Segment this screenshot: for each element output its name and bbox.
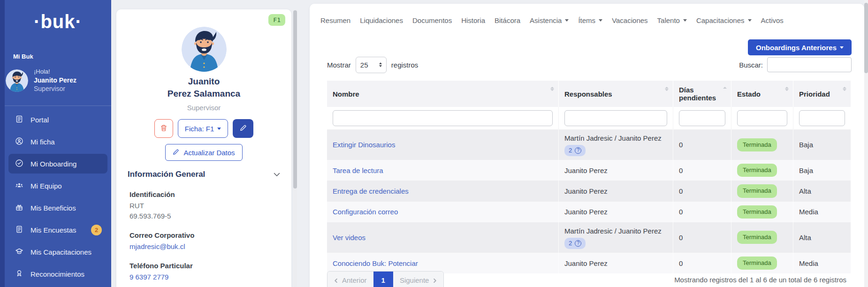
status-badge: Terminada: [737, 231, 777, 244]
task-link[interactable]: Configuración correo: [333, 207, 398, 217]
section-title: Información General: [128, 170, 205, 179]
task-link[interactable]: Entrega de credenciales: [333, 186, 409, 196]
task-link[interactable]: Tarea de lectura: [333, 166, 383, 175]
show-label: Mostrar: [327, 61, 351, 69]
check-circle-icon: [15, 159, 23, 169]
tab-resumen[interactable]: Resumen: [320, 16, 350, 24]
column-header-prioridad[interactable]: Prioridad: [793, 81, 851, 107]
tab-bitacora[interactable]: Bitácora: [495, 16, 520, 24]
dias-pendientes-value: 0: [673, 253, 731, 273]
pagination-previous-label: Anterior: [342, 276, 367, 284]
responsables-text: Juanito Perez: [558, 253, 673, 273]
pagination-previous-button[interactable]: Anterior: [327, 272, 373, 287]
page-size-select[interactable]: 25: [356, 57, 387, 73]
question-circle-icon: ?: [575, 240, 581, 247]
responsables-count-pill[interactable]: 2 ?: [564, 238, 586, 249]
profile-first-name: Juanito: [116, 76, 291, 88]
field-label: Identificación: [129, 190, 278, 198]
table-row: Entrega de credenciales Juanito Perez 0 …: [327, 181, 851, 201]
edit-profile-button[interactable]: [233, 119, 253, 138]
field-telefono-particular: Teléfono Particular 9 6397 2779: [129, 262, 278, 282]
sidebar-item-mi-ficha[interactable]: Mi ficha: [8, 132, 107, 151]
tab-items[interactable]: Ítems: [578, 16, 602, 24]
task-link[interactable]: Ver videos: [333, 233, 365, 242]
task-link[interactable]: Extingir Dinosaurios: [333, 140, 395, 150]
sidebar-item-mis-encuestas[interactable]: Mis Encuestas 2: [8, 220, 107, 240]
filter-input-dias-pendientes[interactable]: [679, 110, 725, 126]
status-badge: Terminada: [737, 205, 777, 219]
ficha-selector-button[interactable]: Ficha: F1: [178, 119, 228, 138]
onboardings-anteriores-button[interactable]: Onboardings Anteriores: [748, 39, 852, 55]
column-header-estado[interactable]: Estado: [731, 81, 793, 107]
dias-pendientes-value: 0: [673, 160, 731, 181]
tab-label: Vacaciones: [612, 16, 647, 24]
column-label: Días pendientes: [679, 86, 719, 102]
tab-talento[interactable]: Talento: [657, 16, 687, 24]
status-badge: Terminada: [737, 138, 777, 151]
task-link[interactable]: Conociendo Buk: Potenciar: [333, 258, 418, 268]
caret-down-icon: [683, 19, 687, 22]
phone-link[interactable]: 9 6397 2779: [129, 272, 168, 282]
sidebar-item-mis-beneficios[interactable]: Mis Beneficios: [8, 198, 107, 218]
column-header-dias-pendientes[interactable]: Días pendientes: [673, 81, 731, 107]
sidebar-item-reconocimientos[interactable]: Reconocimientos: [8, 264, 107, 284]
ficha-selector-label: Ficha: F1: [185, 125, 214, 133]
gift-box-icon: [15, 203, 23, 213]
team-people-icon: [15, 181, 23, 191]
filter-input-prioridad[interactable]: [799, 110, 845, 126]
tab-documentos[interactable]: Documentos: [412, 16, 452, 24]
page-scrollbar[interactable]: [864, 0, 868, 287]
prioridad-value: Baja: [793, 160, 851, 181]
sidebar-item-label: Portal: [30, 116, 49, 124]
select-arrows-icon: [379, 62, 382, 68]
filter-input-responsables[interactable]: [564, 110, 667, 126]
search-label: Buscar:: [739, 61, 763, 69]
tab-label: Bitácora: [495, 16, 520, 24]
buk-logo: ·buk·: [5, 11, 111, 32]
sidebar-item-portal[interactable]: Portal: [8, 110, 107, 129]
sidebar-user-block: ¡Hola! Juanito Perez Supervisor: [6, 68, 107, 93]
tab-asistencia[interactable]: Asistencia: [530, 16, 569, 24]
dias-pendientes-value: 0: [673, 181, 731, 201]
profile-card-scrollbar[interactable]: [293, 9, 297, 287]
update-data-button[interactable]: Actualizar Datos: [165, 144, 242, 161]
search-input[interactable]: [767, 57, 852, 72]
tab-historia[interactable]: Historia: [461, 16, 485, 24]
tab-activos[interactable]: Activos: [761, 16, 784, 24]
sidebar-item-mis-capacitaciones[interactable]: Mis Capacitaciones: [8, 242, 107, 262]
column-header-responsables[interactable]: Responsables: [558, 81, 673, 107]
chevron-right-icon: [433, 276, 437, 284]
responsables-text: Juanito Perez: [558, 181, 673, 201]
sidebar-item-mi-onboarding[interactable]: Mi Onboarding: [8, 154, 107, 174]
sort-icon: [843, 86, 846, 92]
column-header-nombre[interactable]: Nombre: [327, 81, 558, 107]
column-label: Prioridad: [799, 90, 830, 98]
sidebar-item-label: Mi Equipo: [30, 182, 62, 190]
tab-liquidaciones[interactable]: Liquidaciones: [360, 16, 403, 24]
sidebar-divider: [5, 106, 111, 106]
scrollbar-thumb[interactable]: [293, 10, 297, 189]
tab-capacitaciones[interactable]: Capacitaciones: [696, 16, 752, 24]
prioridad-value: Media: [793, 202, 851, 222]
column-label: Responsables: [564, 90, 612, 98]
prioridad-value: Alta: [793, 222, 851, 253]
scrollbar-thumb[interactable]: [864, 3, 868, 73]
sidebar-item-label: Mi ficha: [30, 138, 55, 146]
filter-input-estado[interactable]: [737, 110, 787, 126]
pagination-next-button[interactable]: Siguiente: [393, 272, 444, 287]
record-badge: F1: [268, 14, 285, 26]
table-controls: Mostrar 25 registros Buscar:: [327, 56, 852, 73]
filter-input-nombre[interactable]: [333, 110, 553, 126]
sidebar-item-label: Mis Encuestas: [30, 226, 76, 234]
profile-card: F1 Juanito Perez Salamanca Supervisor: [116, 9, 291, 287]
responsables-count-pill[interactable]: 2 ?: [564, 145, 586, 156]
status-badge: Terminada: [737, 184, 777, 197]
pagination-page-1[interactable]: 1: [373, 272, 393, 287]
sidebar-item-mi-equipo[interactable]: Mi Equipo: [8, 176, 107, 196]
caret-down-icon: [840, 46, 844, 49]
trash-icon: [160, 124, 168, 133]
general-info-section-header[interactable]: Información General: [128, 170, 280, 179]
delete-record-button[interactable]: [154, 119, 173, 138]
email-link[interactable]: mjadresic@buk.cl: [129, 242, 185, 252]
tab-vacaciones[interactable]: Vacaciones: [612, 16, 647, 24]
